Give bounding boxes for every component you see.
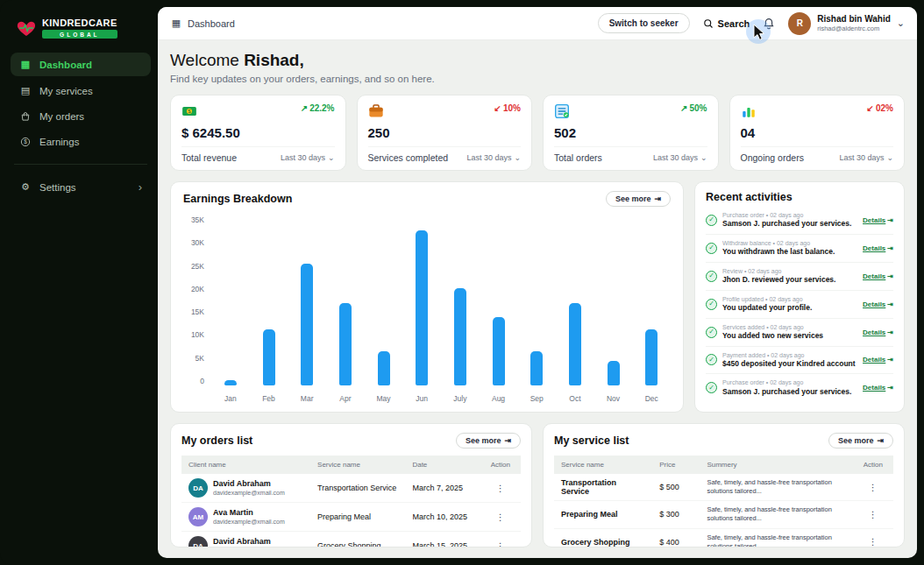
table-row: Preparing Meal $ 300 Safe, timely, and h…: [554, 501, 893, 528]
goto-arrow-icon: ⇥: [887, 216, 893, 224]
stat-card-ongoing-orders: ↙ 02% 04 Ongoing orders Last 30 days ⌄: [729, 95, 906, 171]
avatar: AM: [188, 507, 208, 526]
stat-label: Services completed: [368, 152, 449, 163]
details-link[interactable]: Details ⇥: [863, 244, 893, 252]
sidebar-item-my-services[interactable]: ▤ My services: [11, 79, 151, 102]
column-header: Action: [480, 456, 521, 474]
client-email: davidexample@xmail.com: [213, 518, 285, 526]
period-dropdown[interactable]: Last 30 days ⌄: [281, 153, 335, 162]
service-price: $ 400: [652, 528, 700, 547]
chart-bar: [493, 317, 505, 385]
goto-arrow-icon: ⇥: [887, 300, 893, 308]
breadcrumb[interactable]: ▦ Dashboard: [170, 18, 235, 29]
trend-arrow-icon: ↗: [680, 103, 687, 113]
goto-arrow-icon: ⇥: [887, 356, 893, 364]
column-header: Client name: [181, 456, 310, 474]
brand-logo: KINDREDCARE GLOBAL: [11, 14, 151, 53]
trend-badge: ↙ 10%: [494, 103, 521, 113]
activity-meta: Review • 02 days ago: [722, 267, 857, 275]
check-circle-icon: ✓: [706, 354, 717, 365]
row-actions-button[interactable]: ⋮: [480, 532, 521, 548]
sidebar-item-earnings[interactable]: $ Earnings: [11, 131, 151, 153]
period-dropdown[interactable]: Last 30 days ⌄: [653, 153, 707, 162]
stat-value: 04: [741, 125, 894, 140]
trend-arrow-icon: ↗: [301, 103, 308, 113]
chart-x-tick: Aug: [492, 385, 505, 403]
list-item: ✓ Purchase order • 02 days ago Samson J.…: [706, 374, 893, 401]
row-actions-button[interactable]: ⋮: [480, 503, 521, 532]
activity-list: ✓ Purchase order • 02 days ago Samson J.…: [706, 207, 893, 401]
chart-y-tick: 15K: [191, 307, 204, 316]
goto-arrow-icon: ⇥: [887, 328, 893, 336]
sidebar-item-label: My orders: [39, 111, 84, 122]
order-date: March 15, 2025: [405, 532, 480, 548]
avatar: R: [788, 12, 811, 35]
activity-meta: Services added • 02 days ago: [722, 323, 857, 331]
period-dropdown[interactable]: Last 30 days ⌄: [839, 153, 893, 162]
bar-chart-icon: [741, 103, 757, 119]
search-control[interactable]: Search: [703, 18, 750, 29]
notifications-button[interactable]: [763, 18, 775, 30]
middle-row: Earnings Breakdown See more ⇥ 35K30K25K2…: [170, 181, 905, 413]
period-dropdown[interactable]: Last 30 days ⌄: [466, 153, 521, 162]
welcome-subtitle: Find key updates on your orders, earning…: [170, 74, 905, 84]
see-more-button[interactable]: See more ⇥: [456, 433, 521, 448]
service-name: Grocery Shopping: [310, 532, 405, 548]
chevron-down-icon: ⌄: [514, 153, 521, 162]
table-row: DA David Abraham davidexample@xmail.com …: [181, 532, 521, 548]
goto-arrow-icon: ⇥: [877, 436, 884, 445]
stat-card-total-revenue: $ ↗ 22.2% $ 6245.50 Total revenue Last 3…: [170, 95, 346, 171]
row-actions-button[interactable]: ⋮: [853, 528, 893, 547]
sidebar-item-settings[interactable]: ⚙ Settings ›: [11, 175, 151, 199]
row-actions-button[interactable]: ⋮: [853, 474, 893, 501]
switch-to-seeker-button[interactable]: Switch to seeker: [598, 13, 690, 33]
breadcrumb-label: Dashboard: [188, 18, 235, 29]
see-more-button[interactable]: See more ⇥: [606, 191, 671, 207]
details-link[interactable]: Details ⇥: [863, 384, 893, 392]
search-icon: [703, 18, 714, 29]
activity-text: Samson J. purchased your services.: [722, 387, 857, 397]
chart-x-tick: July: [453, 385, 466, 403]
chart-bar: [339, 303, 352, 385]
check-circle-icon: ✓: [706, 299, 717, 310]
trend-badge: ↗ 50%: [680, 103, 707, 113]
chart-bar-column: Jun: [402, 215, 441, 403]
activity-text: You updated your profile.: [722, 303, 857, 313]
service-price: $ 300: [652, 501, 700, 528]
see-more-button[interactable]: See more ⇥: [828, 433, 893, 448]
earnings-chart-bars: JanFebMarAprMayJunJulyAugSepOctNovDec: [211, 215, 671, 403]
bell-icon: [763, 18, 775, 30]
sidebar-item-my-orders[interactable]: My orders: [11, 105, 151, 128]
client-email: davidexample@xmail.com: [213, 489, 285, 497]
details-link[interactable]: Details ⇥: [863, 272, 893, 280]
earnings-dollar-icon: $: [19, 137, 32, 147]
chart-bar-column: July: [441, 215, 480, 403]
row-actions-button[interactable]: ⋮: [480, 474, 521, 503]
details-link[interactable]: Details ⇥: [863, 216, 893, 224]
details-link[interactable]: Details ⇥: [863, 328, 893, 336]
activity-meta: Withdraw balance • 02 days ago: [722, 239, 857, 247]
stat-label: Ongoing orders: [741, 152, 804, 163]
stat-value: 502: [554, 125, 707, 140]
user-menu[interactable]: R Rishad bin Wahid rishad@aldentrc.com ⌄: [788, 12, 905, 35]
service-price: $ 500: [652, 474, 700, 501]
stat-card-total-orders: ↗ 50% 502 Total orders Last 30 days ⌄: [543, 95, 719, 171]
activity-meta: Purchase order • 02 days ago: [722, 378, 857, 386]
card-title: My orders list: [181, 434, 252, 447]
goto-arrow-icon: ⇥: [654, 194, 661, 203]
check-circle-icon: ✓: [706, 327, 717, 338]
chart-bar: [454, 288, 466, 385]
sidebar-item-dashboard[interactable]: ▦ Dashboard: [11, 53, 151, 76]
details-link[interactable]: Details ⇥: [863, 300, 893, 308]
activity-meta: Payment added • 02 days ago: [722, 351, 857, 359]
goto-arrow-icon: ⇥: [887, 384, 893, 392]
welcome-user-name: Rishad,: [244, 51, 304, 69]
service-name: Transportation Service: [310, 474, 405, 503]
chart-x-tick: Dec: [645, 385, 658, 403]
column-header: Service name: [554, 456, 652, 474]
details-link[interactable]: Details ⇥: [863, 356, 893, 364]
chart-y-tick: 0: [200, 377, 204, 385]
briefcase-icon: [368, 103, 384, 119]
row-actions-button[interactable]: ⋮: [853, 501, 893, 528]
user-name: Rishad bin Wahid: [817, 14, 891, 25]
